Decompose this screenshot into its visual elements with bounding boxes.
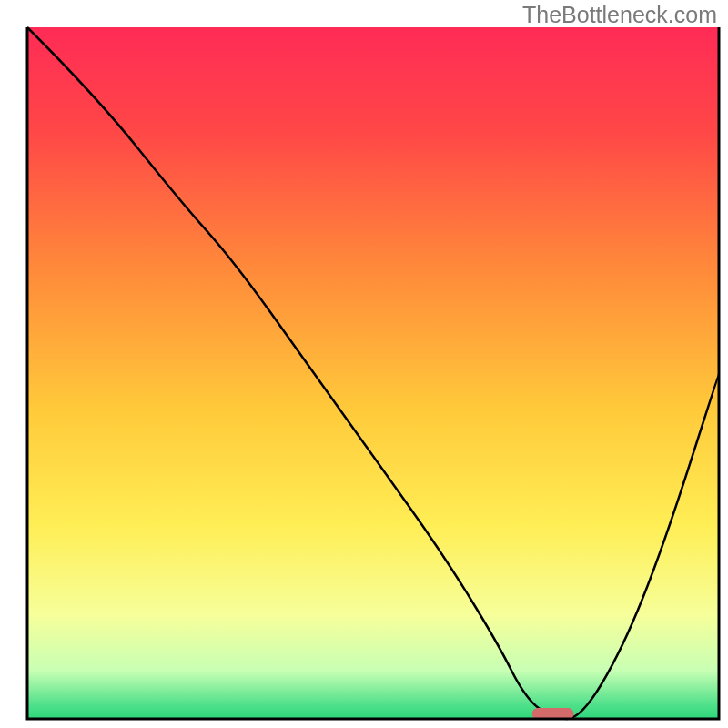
chart-svg: [0, 0, 728, 728]
watermark-text: TheBottleneck.com: [522, 2, 717, 28]
chart-background: [27, 27, 719, 719]
bottleneck-chart: TheBottleneck.com: [0, 0, 728, 728]
